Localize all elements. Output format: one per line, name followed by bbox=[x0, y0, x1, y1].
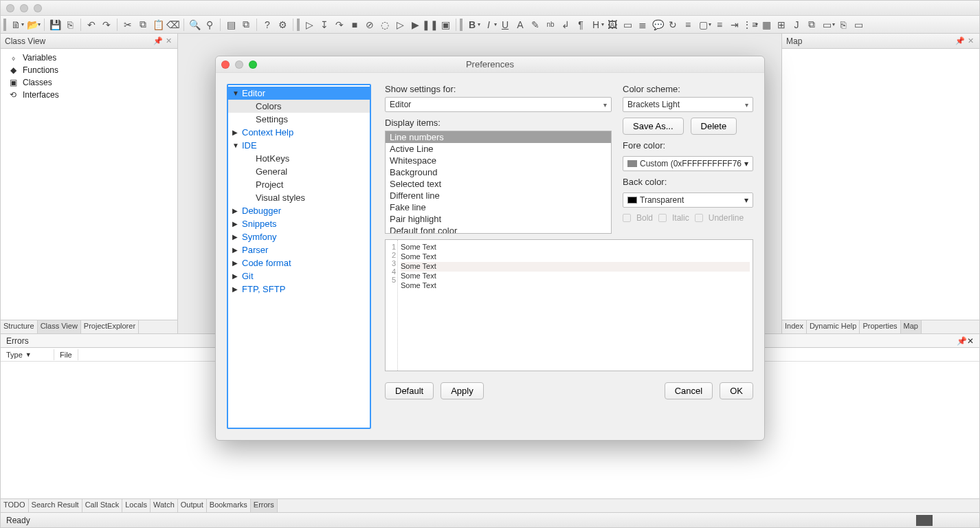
tab-properties[interactable]: Properties bbox=[860, 320, 900, 333]
tree-editor[interactable]: Editor bbox=[228, 87, 370, 100]
display-item[interactable]: Whitespace bbox=[386, 155, 611, 166]
underline-checkbox[interactable] bbox=[695, 214, 703, 222]
new-file-icon[interactable]: 🗎 bbox=[9, 18, 23, 32]
display-item[interactable]: Active Line bbox=[386, 143, 611, 155]
display-item[interactable]: Line numbers bbox=[386, 131, 611, 143]
doc1-icon[interactable]: ▤ bbox=[224, 18, 238, 32]
tree-code-format[interactable]: Code format bbox=[228, 256, 370, 270]
stop2-icon[interactable]: ▣ bbox=[438, 18, 452, 32]
preferences-tree[interactable]: Editor Colors Settings Context Help IDE … bbox=[227, 84, 371, 429]
step-over-icon[interactable]: ↷ bbox=[333, 18, 346, 32]
undo-icon[interactable]: ↶ bbox=[85, 18, 98, 32]
run2-icon[interactable]: ▷ bbox=[393, 18, 407, 32]
dialog-titlebar[interactable]: Preferences bbox=[216, 56, 764, 73]
tree-symfony[interactable]: Symfony bbox=[228, 230, 370, 243]
tree-project[interactable]: Project bbox=[228, 178, 370, 191]
breakpoint-icon[interactable]: ⊘ bbox=[363, 18, 377, 32]
display-item[interactable]: Pair highlight bbox=[386, 213, 611, 225]
cut-icon[interactable]: ✂ bbox=[121, 18, 135, 32]
help-icon[interactable]: ? bbox=[260, 18, 274, 32]
run-icon[interactable]: ▷ bbox=[302, 18, 316, 32]
template-icon[interactable]: ⧉ bbox=[805, 18, 818, 32]
panel-icon[interactable]: ▭ bbox=[851, 18, 865, 32]
col-type[interactable]: Type▼ bbox=[1, 349, 54, 360]
tab-project-explorer[interactable]: ProjectExplorer bbox=[81, 320, 139, 333]
tree-parser[interactable]: Parser bbox=[228, 243, 370, 256]
italic-checkbox[interactable] bbox=[658, 214, 667, 222]
italic-icon[interactable]: I bbox=[482, 18, 495, 32]
redo-icon[interactable]: ↷ bbox=[100, 18, 113, 32]
grid-icon[interactable]: ⊞ bbox=[775, 18, 788, 32]
back-color-select[interactable]: Transparent ▾ bbox=[623, 192, 753, 208]
copy-icon[interactable]: ⧉ bbox=[136, 18, 150, 32]
tab-watch[interactable]: Watch bbox=[151, 499, 178, 512]
zoom-icon[interactable] bbox=[34, 4, 42, 12]
display-item[interactable]: Fake line bbox=[386, 201, 611, 213]
form-icon[interactable]: ▭ bbox=[820, 18, 834, 32]
toolbar-handle[interactable] bbox=[297, 19, 300, 31]
find-in-files-icon[interactable]: ⚲ bbox=[203, 18, 216, 32]
tree-ide[interactable]: IDE bbox=[228, 139, 370, 152]
delete-scheme-button[interactable]: Delete bbox=[691, 118, 737, 135]
class-view-item[interactable]: ◆Functions bbox=[1, 64, 177, 76]
tab-structure[interactable]: Structure bbox=[1, 320, 38, 333]
toolbar-handle[interactable] bbox=[3, 19, 6, 31]
tab-output[interactable]: Output bbox=[178, 499, 207, 512]
highlight-icon[interactable]: ✎ bbox=[528, 18, 542, 32]
chat-icon[interactable]: 💬 bbox=[651, 18, 665, 32]
display-item[interactable]: Different line bbox=[386, 190, 611, 201]
underline-icon[interactable]: U bbox=[498, 18, 512, 32]
list-icon[interactable]: ≡ bbox=[713, 18, 726, 32]
class-view-item[interactable]: ⟲Interfaces bbox=[1, 89, 177, 101]
stop-icon[interactable]: ■ bbox=[348, 18, 361, 32]
minimize-icon[interactable] bbox=[20, 4, 28, 12]
cancel-button[interactable]: Cancel bbox=[665, 382, 713, 399]
script-icon[interactable]: J bbox=[790, 18, 803, 32]
paste-icon[interactable]: 📋 bbox=[151, 18, 165, 32]
table-icon[interactable]: ▦ bbox=[759, 18, 773, 32]
tab-errors[interactable]: Errors bbox=[251, 499, 278, 512]
pin-icon[interactable]: 📌 bbox=[954, 36, 966, 45]
tree-debugger[interactable]: Debugger bbox=[228, 204, 370, 217]
display-item[interactable]: Selected text bbox=[386, 178, 611, 190]
tree-snippets[interactable]: Snippets bbox=[228, 217, 370, 230]
dialog-minimize-icon[interactable] bbox=[235, 60, 243, 69]
tree-settings[interactable]: Settings bbox=[228, 113, 370, 126]
settings-icon[interactable]: ⚙ bbox=[276, 18, 289, 32]
tree-general[interactable]: General bbox=[228, 165, 370, 178]
display-item[interactable]: Background bbox=[386, 166, 611, 178]
toggle-bp-icon[interactable]: ◌ bbox=[378, 18, 392, 32]
tab-locals[interactable]: Locals bbox=[122, 499, 151, 512]
tree-ftp-sftp[interactable]: FTP, SFTP bbox=[228, 283, 370, 296]
class-view-item[interactable]: ⬨Variables bbox=[1, 52, 177, 64]
ok-button[interactable]: OK bbox=[720, 382, 753, 399]
default-button[interactable]: Default bbox=[385, 382, 434, 399]
link-icon[interactable]: ⎘ bbox=[836, 18, 850, 32]
play-icon[interactable]: ▶ bbox=[408, 18, 422, 32]
bold-checkbox[interactable] bbox=[623, 214, 631, 222]
video-icon[interactable]: ▭ bbox=[621, 18, 634, 32]
tree-visual-styles[interactable]: Visual styles bbox=[228, 191, 370, 204]
doc2-icon[interactable]: ⧉ bbox=[239, 18, 253, 32]
tree-git[interactable]: Git bbox=[228, 270, 370, 283]
font-icon[interactable]: A bbox=[513, 18, 527, 32]
nb-icon[interactable]: nb bbox=[544, 18, 557, 32]
color-scheme-select[interactable]: Brackets Light▾ bbox=[623, 97, 753, 112]
step-into-icon[interactable]: ↧ bbox=[318, 18, 331, 32]
apply-button[interactable]: Apply bbox=[441, 382, 484, 399]
tab-search-result[interactable]: Search Result bbox=[29, 499, 82, 512]
close-panel-icon[interactable]: ✕ bbox=[164, 36, 173, 45]
open-folder-icon[interactable]: 📂 bbox=[25, 18, 39, 32]
close-panel-icon[interactable]: ✕ bbox=[966, 36, 975, 45]
refresh-icon[interactable]: ↻ bbox=[666, 18, 680, 32]
numlist-icon[interactable]: ⋮≡ bbox=[743, 18, 757, 32]
fore-color-select[interactable]: Custom (0xFFFFFFFFFF76 ▾ bbox=[623, 156, 753, 171]
return-icon[interactable]: ↲ bbox=[559, 18, 572, 32]
tree-colors[interactable]: Colors bbox=[228, 100, 370, 113]
save-all-icon[interactable]: ⎘ bbox=[63, 18, 77, 32]
indent-icon[interactable]: ⇥ bbox=[728, 18, 742, 32]
tree-context-help[interactable]: Context Help bbox=[228, 126, 370, 139]
tree-hotkeys[interactable]: HotKeys bbox=[228, 152, 370, 165]
tab-map[interactable]: Map bbox=[901, 320, 922, 333]
bold-icon[interactable]: B bbox=[465, 18, 479, 32]
